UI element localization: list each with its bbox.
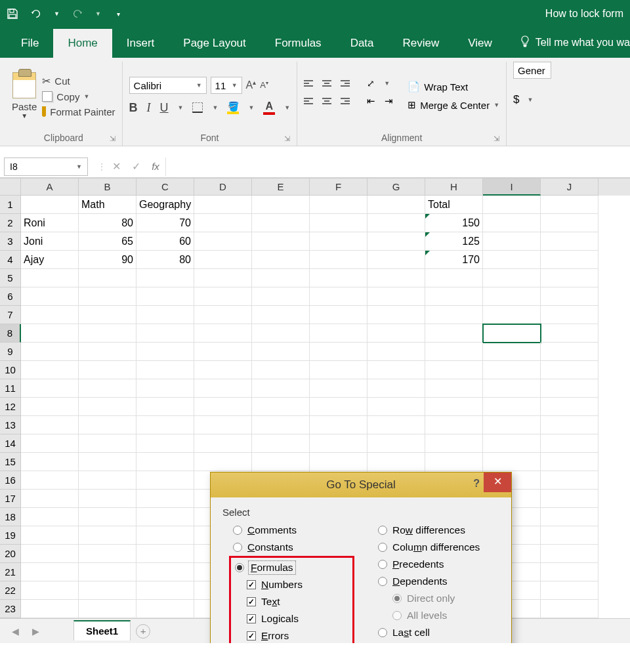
cell-J13[interactable] bbox=[541, 416, 598, 434]
fill-dropdown-icon[interactable]: ▼ bbox=[248, 104, 254, 111]
name-box-dropdown-icon[interactable]: ▼ bbox=[76, 163, 82, 170]
cell-G14[interactable] bbox=[368, 434, 425, 453]
cell-H14[interactable] bbox=[425, 434, 483, 453]
tell-me-search[interactable]: Tell me what you wa bbox=[520, 28, 630, 58]
font-color-dropdown-icon[interactable]: ▼ bbox=[284, 104, 290, 111]
cell-G4[interactable] bbox=[368, 251, 425, 269]
row-header-23[interactable]: 23 bbox=[0, 600, 21, 618]
cell-B7[interactable] bbox=[79, 306, 136, 324]
cell-C16[interactable] bbox=[136, 471, 194, 490]
row-header-11[interactable]: 11 bbox=[0, 379, 21, 398]
cell-J10[interactable] bbox=[541, 361, 598, 379]
decrease-font-icon[interactable]: A▾ bbox=[260, 80, 268, 90]
cell-G5[interactable] bbox=[368, 269, 425, 287]
col-header-G[interactable]: G bbox=[368, 178, 425, 196]
col-header-E[interactable]: E bbox=[252, 178, 310, 196]
cell-A16[interactable] bbox=[21, 471, 79, 490]
row-header-15[interactable]: 15 bbox=[0, 453, 21, 471]
sheet-nav-left-icon[interactable]: ◀ bbox=[8, 626, 23, 637]
row-header-12[interactable]: 12 bbox=[0, 398, 21, 416]
insert-function-icon[interactable]: fx bbox=[146, 161, 165, 172]
paste-dropdown-icon[interactable]: ▼ bbox=[21, 112, 28, 119]
font-name-select[interactable]: Calibri▼ bbox=[129, 77, 207, 94]
cell-J14[interactable] bbox=[541, 434, 598, 453]
row-header-3[interactable]: 3 bbox=[0, 232, 21, 251]
cell-A19[interactable] bbox=[21, 526, 79, 545]
cell-F9[interactable] bbox=[310, 343, 368, 361]
cell-H6[interactable] bbox=[425, 287, 483, 306]
cell-A5[interactable] bbox=[21, 269, 79, 287]
cell-J16[interactable] bbox=[541, 471, 598, 490]
cell-A1[interactable] bbox=[21, 196, 79, 214]
decrease-indent-icon[interactable]: ⇤ bbox=[367, 95, 375, 107]
cell-F13[interactable] bbox=[310, 416, 368, 434]
row-header-6[interactable]: 6 bbox=[0, 287, 21, 306]
cell-J21[interactable] bbox=[541, 563, 598, 581]
cell-C9[interactable] bbox=[136, 343, 194, 361]
col-header-J[interactable]: J bbox=[541, 178, 598, 196]
row-header-7[interactable]: 7 bbox=[0, 306, 21, 324]
cell-C10[interactable] bbox=[136, 361, 194, 379]
cell-I11[interactable] bbox=[483, 379, 541, 398]
tab-insert[interactable]: Insert bbox=[112, 29, 169, 58]
tab-file[interactable]: File bbox=[7, 29, 53, 58]
cell-A14[interactable] bbox=[21, 434, 79, 453]
font-color-button[interactable]: A bbox=[263, 100, 275, 115]
radio-precedents[interactable]: Precedents bbox=[368, 556, 499, 573]
cell-A9[interactable] bbox=[21, 343, 79, 361]
underline-dropdown-icon[interactable]: ▼ bbox=[178, 104, 184, 111]
cell-D7[interactable] bbox=[194, 306, 252, 324]
cell-B11[interactable] bbox=[79, 379, 136, 398]
cell-H15[interactable] bbox=[425, 453, 483, 471]
cell-H12[interactable] bbox=[425, 398, 483, 416]
cell-G10[interactable] bbox=[368, 361, 425, 379]
cell-I3[interactable] bbox=[483, 232, 541, 251]
radio-visible-cells[interactable]: Visible cells only bbox=[368, 641, 499, 643]
cell-F5[interactable] bbox=[310, 269, 368, 287]
cell-G7[interactable] bbox=[368, 306, 425, 324]
merge-center-button[interactable]: ⊞Merge & Center▼ bbox=[408, 99, 499, 111]
cell-C22[interactable] bbox=[136, 581, 194, 600]
tab-formulas[interactable]: Formulas bbox=[261, 29, 336, 58]
clipboard-launcher-icon[interactable]: ⇲ bbox=[110, 135, 116, 143]
cell-B3[interactable]: 65 bbox=[79, 232, 136, 251]
cell-C19[interactable] bbox=[136, 526, 194, 545]
cell-E1[interactable] bbox=[252, 196, 310, 214]
align-middle-icon[interactable] bbox=[322, 80, 331, 87]
cell-J4[interactable] bbox=[541, 251, 598, 269]
cell-G15[interactable] bbox=[368, 453, 425, 471]
cell-A22[interactable] bbox=[21, 581, 79, 600]
cell-F14[interactable] bbox=[310, 434, 368, 453]
check-logicals[interactable]: Logicals bbox=[232, 610, 350, 627]
cell-A4[interactable]: Ajay bbox=[21, 251, 79, 269]
cell-E8[interactable] bbox=[252, 324, 310, 343]
cell-D14[interactable] bbox=[194, 434, 252, 453]
radio-row-differences[interactable]: Row differences bbox=[368, 522, 499, 539]
row-header-10[interactable]: 10 bbox=[0, 361, 21, 379]
cell-I2[interactable] bbox=[483, 214, 541, 232]
row-header-9[interactable]: 9 bbox=[0, 343, 21, 361]
cell-I4[interactable] bbox=[483, 251, 541, 269]
cell-B4[interactable]: 90 bbox=[79, 251, 136, 269]
cell-B13[interactable] bbox=[79, 416, 136, 434]
borders-dropdown-icon[interactable]: ▼ bbox=[212, 104, 218, 111]
cell-H11[interactable] bbox=[425, 379, 483, 398]
cell-H4[interactable]: 170 bbox=[425, 251, 483, 269]
cell-G6[interactable] bbox=[368, 287, 425, 306]
orientation-dropdown-icon[interactable]: ▼ bbox=[384, 80, 390, 87]
cell-C1[interactable]: Geography bbox=[136, 196, 194, 214]
sheet-tab-1[interactable]: Sheet1 bbox=[74, 620, 131, 640]
cell-B20[interactable] bbox=[79, 545, 136, 563]
italic-button[interactable]: I bbox=[147, 101, 151, 115]
cell-B16[interactable] bbox=[79, 471, 136, 490]
align-left-icon[interactable] bbox=[304, 98, 313, 104]
currency-button[interactable]: $ bbox=[513, 93, 519, 106]
cell-I14[interactable] bbox=[483, 434, 541, 453]
cell-J6[interactable] bbox=[541, 287, 598, 306]
cell-A11[interactable] bbox=[21, 379, 79, 398]
radio-comments[interactable]: Comments bbox=[222, 522, 354, 539]
cell-C17[interactable] bbox=[136, 490, 194, 508]
cell-D6[interactable] bbox=[194, 287, 252, 306]
cell-E12[interactable] bbox=[252, 398, 310, 416]
cell-J17[interactable] bbox=[541, 490, 598, 508]
